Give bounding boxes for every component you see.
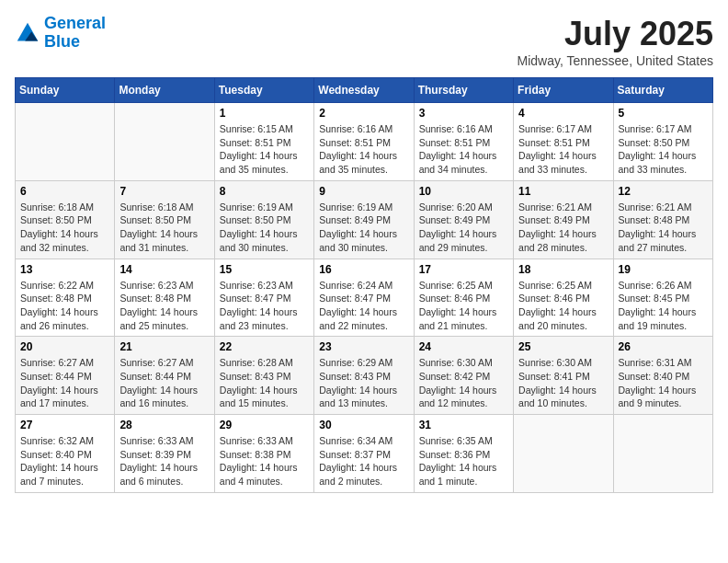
day-info: Sunrise: 6:18 AMSunset: 8:50 PMDaylight:… [20,201,109,255]
day-number: 2 [319,107,408,120]
page-header: General Blue July 2025 Midway, Tennessee… [15,15,713,68]
day-cell: 23Sunrise: 6:29 AMSunset: 8:43 PMDayligh… [314,337,414,415]
day-cell: 14Sunrise: 6:23 AMSunset: 8:48 PMDayligh… [115,259,214,337]
day-info: Sunrise: 6:23 AMSunset: 8:48 PMDaylight:… [119,279,209,333]
week-row-5: 27Sunrise: 6:32 AMSunset: 8:40 PMDayligh… [16,415,713,493]
day-info: Sunrise: 6:33 AMSunset: 8:39 PMDaylight:… [119,434,209,488]
day-number: 15 [220,263,309,276]
day-info: Sunrise: 6:27 AMSunset: 8:44 PMDaylight:… [119,356,209,410]
day-cell: 26Sunrise: 6:31 AMSunset: 8:40 PMDayligh… [613,337,712,415]
day-info: Sunrise: 6:19 AMSunset: 8:49 PMDaylight:… [319,201,408,255]
day-info: Sunrise: 6:21 AMSunset: 8:49 PMDaylight:… [518,201,608,255]
day-info: Sunrise: 6:28 AMSunset: 8:43 PMDaylight:… [220,356,309,410]
day-cell: 31Sunrise: 6:35 AMSunset: 8:36 PMDayligh… [414,415,513,493]
day-cell: 11Sunrise: 6:21 AMSunset: 8:49 PMDayligh… [514,180,613,259]
day-cell: 22Sunrise: 6:28 AMSunset: 8:43 PMDayligh… [214,337,313,415]
day-number: 11 [518,185,608,198]
day-info: Sunrise: 6:35 AMSunset: 8:36 PMDaylight:… [419,434,508,488]
day-cell: 19Sunrise: 6:26 AMSunset: 8:45 PMDayligh… [613,259,712,337]
day-cell: 27Sunrise: 6:32 AMSunset: 8:40 PMDayligh… [16,415,115,493]
day-cell: 5Sunrise: 6:17 AMSunset: 8:50 PMDaylight… [613,103,712,181]
day-info: Sunrise: 6:23 AMSunset: 8:47 PMDaylight:… [220,279,309,333]
calendar-body: 1Sunrise: 6:15 AMSunset: 8:51 PMDaylight… [16,103,713,493]
day-number: 14 [119,263,209,276]
day-cell [115,103,214,181]
day-number: 8 [220,185,309,198]
day-cell: 1Sunrise: 6:15 AMSunset: 8:51 PMDaylight… [214,103,313,181]
day-cell: 2Sunrise: 6:16 AMSunset: 8:51 PMDaylight… [314,103,414,181]
day-cell: 25Sunrise: 6:30 AMSunset: 8:41 PMDayligh… [514,337,613,415]
week-row-2: 6Sunrise: 6:18 AMSunset: 8:50 PMDaylight… [16,180,713,259]
day-info: Sunrise: 6:20 AMSunset: 8:49 PMDaylight:… [419,201,508,255]
col-monday: Monday [115,78,214,103]
header-row: Sunday Monday Tuesday Wednesday Thursday… [16,78,713,103]
day-info: Sunrise: 6:25 AMSunset: 8:46 PMDaylight:… [518,279,608,333]
day-number: 1 [220,107,309,120]
day-number: 6 [20,185,109,198]
day-number: 10 [419,185,508,198]
week-row-4: 20Sunrise: 6:27 AMSunset: 8:44 PMDayligh… [16,337,713,415]
logo-line1: General [44,14,106,32]
day-number: 13 [20,263,109,276]
day-info: Sunrise: 6:25 AMSunset: 8:46 PMDaylight:… [419,279,508,333]
day-cell: 24Sunrise: 6:30 AMSunset: 8:42 PMDayligh… [414,337,513,415]
day-cell: 28Sunrise: 6:33 AMSunset: 8:39 PMDayligh… [115,415,214,493]
week-row-1: 1Sunrise: 6:15 AMSunset: 8:51 PMDaylight… [16,103,713,181]
day-cell [613,415,712,493]
logo: General Blue [15,15,106,52]
col-saturday: Saturday [613,78,712,103]
day-info: Sunrise: 6:17 AMSunset: 8:51 PMDaylight:… [518,122,608,177]
day-cell: 3Sunrise: 6:16 AMSunset: 8:51 PMDaylight… [414,103,513,181]
month-title: July 2025 [518,15,714,53]
logo-icon [15,20,40,46]
day-number: 27 [20,419,109,431]
day-number: 31 [419,419,508,431]
day-cell: 18Sunrise: 6:25 AMSunset: 8:46 PMDayligh… [514,259,613,337]
day-number: 18 [518,263,608,276]
day-number: 9 [319,185,408,198]
day-info: Sunrise: 6:24 AMSunset: 8:47 PMDaylight:… [319,279,408,333]
day-info: Sunrise: 6:31 AMSunset: 8:40 PMDaylight:… [619,356,708,410]
day-number: 22 [220,340,309,353]
day-cell: 13Sunrise: 6:22 AMSunset: 8:48 PMDayligh… [16,259,115,337]
day-cell: 29Sunrise: 6:33 AMSunset: 8:38 PMDayligh… [214,415,313,493]
day-info: Sunrise: 6:26 AMSunset: 8:45 PMDaylight:… [619,279,708,333]
day-cell: 16Sunrise: 6:24 AMSunset: 8:47 PMDayligh… [314,259,414,337]
day-info: Sunrise: 6:29 AMSunset: 8:43 PMDaylight:… [319,356,408,410]
day-number: 4 [518,107,608,120]
day-info: Sunrise: 6:32 AMSunset: 8:40 PMDaylight:… [20,434,109,488]
day-cell: 30Sunrise: 6:34 AMSunset: 8:37 PMDayligh… [314,415,414,493]
calendar-header: Sunday Monday Tuesday Wednesday Thursday… [16,78,713,103]
calendar-table: Sunday Monday Tuesday Wednesday Thursday… [15,77,713,493]
day-number: 3 [419,107,508,120]
day-number: 30 [319,419,408,431]
col-tuesday: Tuesday [214,78,313,103]
day-number: 28 [119,419,209,431]
day-info: Sunrise: 6:15 AMSunset: 8:51 PMDaylight:… [220,122,309,177]
day-info: Sunrise: 6:34 AMSunset: 8:37 PMDaylight:… [319,434,408,488]
day-number: 29 [220,419,309,431]
day-cell: 4Sunrise: 6:17 AMSunset: 8:51 PMDaylight… [514,103,613,181]
col-wednesday: Wednesday [314,78,414,103]
day-cell [16,103,115,181]
day-info: Sunrise: 6:17 AMSunset: 8:50 PMDaylight:… [619,122,708,177]
day-info: Sunrise: 6:16 AMSunset: 8:51 PMDaylight:… [319,122,408,177]
day-cell: 17Sunrise: 6:25 AMSunset: 8:46 PMDayligh… [414,259,513,337]
day-info: Sunrise: 6:27 AMSunset: 8:44 PMDaylight:… [20,356,109,410]
day-info: Sunrise: 6:30 AMSunset: 8:41 PMDaylight:… [518,356,608,410]
day-info: Sunrise: 6:18 AMSunset: 8:50 PMDaylight:… [119,201,209,255]
day-cell: 9Sunrise: 6:19 AMSunset: 8:49 PMDaylight… [314,180,414,259]
col-friday: Friday [514,78,613,103]
day-info: Sunrise: 6:33 AMSunset: 8:38 PMDaylight:… [220,434,309,488]
day-number: 20 [20,340,109,353]
day-cell: 15Sunrise: 6:23 AMSunset: 8:47 PMDayligh… [214,259,313,337]
day-info: Sunrise: 6:21 AMSunset: 8:48 PMDaylight:… [619,201,708,255]
day-cell: 10Sunrise: 6:20 AMSunset: 8:49 PMDayligh… [414,180,513,259]
day-number: 7 [119,185,209,198]
day-cell: 21Sunrise: 6:27 AMSunset: 8:44 PMDayligh… [115,337,214,415]
day-number: 26 [619,340,708,353]
day-number: 16 [319,263,408,276]
day-cell: 8Sunrise: 6:19 AMSunset: 8:50 PMDaylight… [214,180,313,259]
day-number: 23 [319,340,408,353]
day-info: Sunrise: 6:30 AMSunset: 8:42 PMDaylight:… [419,356,508,410]
